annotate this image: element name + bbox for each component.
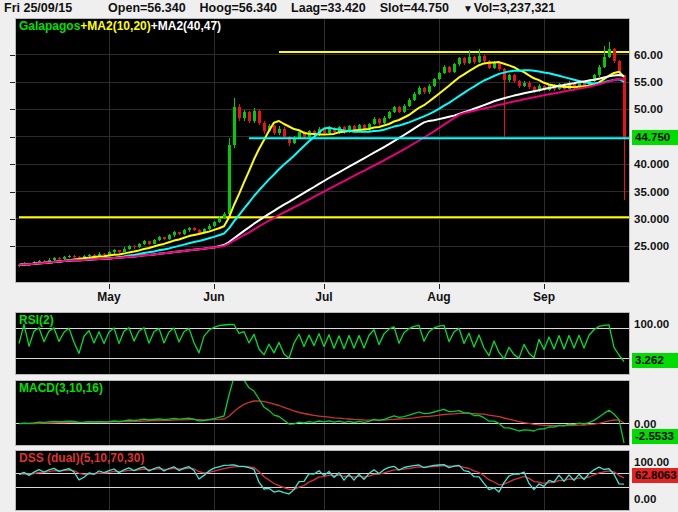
month-label: Jun (203, 290, 224, 304)
month-label: Jul (315, 290, 332, 304)
month-tick (214, 284, 215, 289)
dss-panel[interactable]: DSS (dual)(5,10,70,30) (15, 450, 630, 511)
quote-close: Slot=44.750 (380, 1, 449, 15)
price-tick-label: 30.000 (634, 212, 678, 226)
candlestick-plot[interactable] (16, 19, 629, 282)
quote-low: Laag=33.420 (291, 1, 366, 15)
indicator-tick-label: 0.00 (634, 492, 678, 506)
price-tick-label: 35.000 (634, 185, 678, 199)
quote-volume-label: Vol=3,237,321 (474, 1, 555, 15)
dss-plot[interactable] (16, 451, 629, 510)
price-tick (10, 109, 15, 110)
quote-header: Fri 25/09/15 Open=56.340 Hoog=56.340 Laa… (4, 0, 674, 16)
price-tick (10, 55, 15, 56)
month-tick (439, 284, 440, 289)
chart-application-window: Fri 25/09/15 Open=56.340 Hoog=56.340 Laa… (0, 0, 678, 512)
price-tick (10, 82, 15, 83)
price-tick-label: 40.000 (634, 157, 678, 171)
rsi-plot[interactable] (16, 313, 629, 374)
price-tick-label: 60.00 (634, 48, 678, 62)
quote-volume: ▼ Vol=3,237,321 (463, 1, 555, 15)
indicator-value-badge: -2.5533 (632, 429, 678, 444)
month-tick (544, 284, 545, 289)
price-tick (10, 137, 15, 138)
price-tick-label: 25.000 (634, 239, 678, 253)
quote-open: Open=56.340 (108, 1, 185, 15)
last-price-badge: 44.750 (632, 130, 678, 145)
rsi-panel[interactable]: RSI(2) (15, 312, 630, 375)
indicator-value-badge: 62.8063 (632, 468, 678, 483)
macd-plot[interactable] (16, 381, 629, 445)
month-label: Sep (533, 290, 555, 304)
month-tick (109, 284, 110, 289)
quote-high: Hoog=56.340 (200, 1, 277, 15)
price-tick (10, 192, 15, 193)
month-label: Aug (427, 290, 450, 304)
price-tick (10, 164, 15, 165)
month-label: May (97, 290, 120, 304)
down-triangle-icon: ▼ (463, 3, 473, 14)
quote-date: Fri 25/09/15 (4, 1, 72, 15)
month-tick (324, 284, 325, 289)
price-tick-label: 55.00 (634, 75, 678, 89)
price-tick (10, 219, 15, 220)
price-tick-label: 50.00 (634, 102, 678, 116)
price-tick (10, 246, 15, 247)
main-price-chart[interactable]: Galapagos+MA2(10,20)+MA2(40,47) (15, 18, 630, 283)
indicator-value-badge: 3.262 (632, 353, 678, 368)
macd-panel[interactable]: MACD(3,10,16) (15, 380, 630, 446)
indicator-tick-label: 100.00 (634, 317, 678, 331)
